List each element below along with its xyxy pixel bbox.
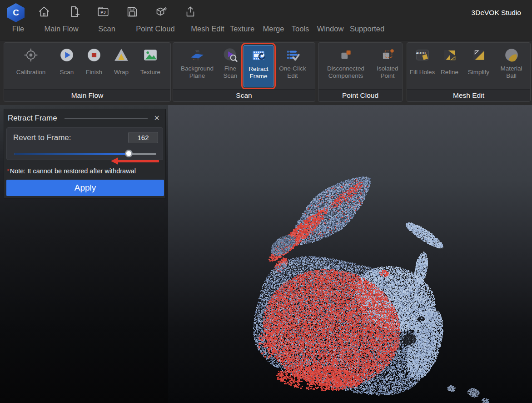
menu-item-supported[interactable]: Supported	[350, 25, 384, 33]
panel-header: Retract Frame ✕	[4, 109, 165, 126]
one-click-edit-icon	[285, 47, 300, 63]
ribbon-button-one-click-edit[interactable]: One-Click Edit	[274, 45, 311, 81]
ribbon-group-mesh-edit: AUTO Fill Holes Refine	[407, 42, 531, 102]
fill-holes-icon: AUTO	[415, 47, 430, 63]
fine-scan-icon	[223, 47, 238, 63]
ribbon-button-label: Retract Frame	[244, 65, 273, 81]
simplify-icon	[471, 47, 487, 63]
close-icon[interactable]: ✕	[154, 115, 160, 122]
ribbon-button-label: Simplify	[468, 64, 489, 81]
ribbon-button-fill-holes[interactable]: AUTO Fill Holes	[409, 45, 436, 81]
panel-title: Retract Frame	[8, 114, 57, 123]
app-title: 3DeVOK Studio	[472, 9, 521, 17]
material-ball-icon	[504, 47, 519, 63]
apply-button[interactable]: Apply	[6, 180, 164, 196]
menu-item-texture[interactable]: Texture	[230, 25, 254, 33]
ribbon-button-label: Material Ball	[495, 64, 528, 81]
ribbon-button-disconnected-components[interactable]: Disconnected Components	[319, 45, 373, 81]
svg-text:PJ: PJ	[100, 10, 105, 15]
ribbon-button-label: Wrap	[114, 64, 129, 81]
wrap-triangle-icon	[114, 47, 129, 63]
ribbon-button-scan[interactable]: Scan	[54, 45, 80, 81]
calibration-icon	[23, 47, 39, 63]
ribbon-button-calibration[interactable]: Calibration	[9, 45, 53, 81]
ribbon-button-simplify[interactable]: Simplify	[464, 45, 494, 81]
ribbon-button-label: Calibration	[16, 64, 46, 81]
finish-stop-icon	[86, 47, 102, 63]
ribbon-button-label: Isolated Point	[373, 64, 402, 81]
refine-icon	[442, 47, 457, 63]
menu-item-point-cloud[interactable]: Point Cloud	[136, 25, 174, 33]
new-project-icon[interactable]	[68, 5, 81, 19]
isolated-point-icon	[380, 47, 395, 63]
ribbon-button-material-ball[interactable]: Material Ball	[495, 45, 528, 81]
ribbon-button-label: Fill Holes	[410, 64, 435, 81]
menu-item-file[interactable]: File	[12, 25, 25, 33]
background-plane-icon	[189, 47, 205, 63]
ribbon-group-scan: Background Plane Fine Scan	[173, 42, 315, 102]
revert-frame-box: Revert to Frame: 162	[6, 127, 163, 160]
ribbon-button-finish[interactable]: Finish	[81, 45, 107, 81]
retract-frame-panel: Retract Frame ✕ Revert to Frame: 162	[4, 109, 166, 199]
home-icon[interactable]	[37, 5, 51, 19]
export-icon[interactable]	[184, 5, 197, 19]
ribbon-button-refine[interactable]: Refine	[437, 45, 463, 81]
ribbon-button-fine-scan[interactable]: Fine Scan	[218, 45, 243, 81]
revert-to-frame-label: Revert to Frame:	[13, 133, 71, 142]
menu-item-main-flow[interactable]: Main Flow	[44, 25, 78, 33]
ribbon-button-label: Scan	[60, 64, 74, 81]
texture-image-icon	[143, 47, 158, 63]
menu-item-tools[interactable]: Tools	[292, 25, 309, 33]
ribbon-button-retract-frame[interactable]: Retract Frame	[244, 45, 273, 87]
ribbon-button-background-plane[interactable]: Background Plane	[177, 45, 217, 81]
ribbon-group-caption: Mesh Edit	[407, 89, 530, 101]
app-window: C PJ File Main Flow Scan Point Cloud Mes…	[0, 0, 532, 403]
ribbon-button-wrap[interactable]: Wrap	[108, 45, 134, 81]
import-model-icon[interactable]	[154, 5, 167, 19]
slider-track[interactable]	[14, 153, 156, 155]
retract-frame-icon	[251, 48, 266, 63]
svg-text:AUTO: AUTO	[416, 51, 426, 55]
ribbon-button-label: Fine Scan	[218, 64, 243, 81]
viewport-3d[interactable]	[168, 105, 532, 403]
ribbon-group-caption: Main Flow	[4, 89, 170, 101]
left-dock: Retract Frame ✕ Revert to Frame: 162	[0, 105, 168, 403]
disconnected-components-icon	[338, 47, 353, 63]
frame-slider[interactable]	[13, 150, 158, 158]
slider-fill	[14, 153, 126, 155]
ribbon-button-label: Disconnected Components	[319, 64, 373, 81]
scan-play-icon	[59, 47, 75, 63]
menu-item-scan[interactable]: Scan	[98, 25, 115, 33]
menu-item-merge[interactable]: Merge	[263, 25, 284, 33]
arrow-shaft	[118, 160, 159, 162]
frame-value-field[interactable]: 162	[128, 132, 158, 143]
logo-letter: C	[13, 8, 19, 18]
ribbon-toolbar: Calibration Scan Finish	[0, 40, 532, 105]
ribbon-button-label: Background Plane	[177, 64, 217, 81]
ribbon-button-label: Finish	[86, 64, 102, 81]
save-icon[interactable]	[125, 5, 139, 19]
slider-thumb[interactable]	[125, 150, 133, 157]
required-asterisk: *	[7, 167, 10, 175]
warning-note: *Note: It cannot be restored after withd…	[7, 167, 163, 175]
menu-item-mesh-edit[interactable]: Mesh Edit	[191, 25, 224, 33]
project-file-icon[interactable]: PJ	[96, 5, 110, 19]
title-divider	[65, 118, 148, 119]
ribbon-group-caption: Point Cloud	[318, 89, 402, 101]
ribbon-group-caption: Scan	[173, 89, 315, 101]
ribbon-button-texture[interactable]: Texture	[135, 45, 165, 81]
ribbon-button-label: One-Click Edit	[274, 64, 311, 81]
note-text: Note: It cannot be restored after withdr…	[10, 167, 136, 175]
ribbon-group-main-flow: Calibration Scan Finish	[4, 42, 171, 102]
ribbon-group-point-cloud: Disconnected Components Isolated Point P…	[318, 42, 403, 102]
ribbon-button-isolated-point[interactable]: Isolated Point	[373, 45, 402, 81]
menu-item-window[interactable]: Window	[317, 25, 344, 33]
ribbon-button-label: Texture	[140, 64, 160, 81]
app-logo-icon[interactable]: C	[7, 3, 25, 22]
menu-bar: C PJ File Main Flow Scan Point Cloud Mes…	[0, 0, 532, 40]
main-content: Retract Frame ✕ Revert to Frame: 162	[0, 105, 532, 403]
ribbon-button-label: Refine	[441, 64, 458, 81]
